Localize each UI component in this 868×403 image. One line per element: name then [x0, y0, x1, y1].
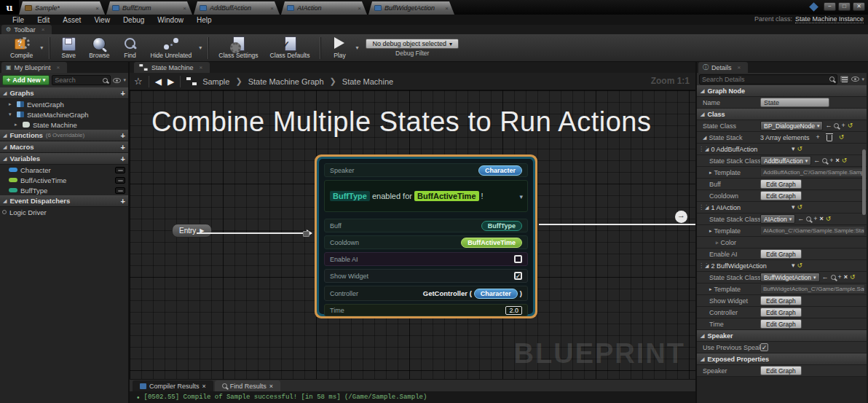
class-dropdown[interactable]: AIAction▾ — [760, 214, 795, 224]
section-header-variables[interactable]: ◢Variables+ — [0, 153, 128, 165]
find-button[interactable]: Find — [116, 35, 145, 61]
state-node[interactable]: SpeakerCharacterBuffType enabled for Buf… — [315, 154, 537, 318]
menu-item-view[interactable]: View — [87, 16, 117, 24]
drag-handle-icon[interactable]: ⋮⋮ — [698, 204, 703, 211]
toolbar-tab[interactable]: ⚙ Toolbar × — [1, 25, 52, 34]
tab-close-icon[interactable]: × — [358, 5, 361, 12]
edit-graph-button[interactable]: Edit Graph — [760, 319, 802, 329]
reset-to-default-icon[interactable]: ↺ — [797, 146, 803, 152]
chevron-down-icon[interactable]: ▾ — [792, 146, 795, 152]
collapse-triangle-icon[interactable]: ◢ — [701, 88, 704, 94]
play-button[interactable]: Play — [325, 35, 354, 61]
details-section-exposed-properties[interactable]: ◢Exposed Properties — [697, 353, 867, 365]
class-defaults-button[interactable]: Class Defaults — [264, 35, 316, 61]
breadcrumb-item[interactable]: State Machine Graph — [248, 77, 324, 86]
eye-filter-icon[interactable] — [851, 77, 859, 82]
class-settings-button[interactable]: Class Settings — [213, 35, 264, 61]
chevron-down-icon[interactable]: ▾ — [792, 262, 795, 269]
tab-close-icon[interactable]: × — [445, 5, 449, 12]
details-section-class[interactable]: ◢Class — [697, 109, 867, 120]
node-row-time[interactable]: Time2.0 — [324, 304, 528, 316]
chevron-down-icon[interactable]: ▾ — [861, 77, 864, 82]
details-scrollbar[interactable] — [862, 149, 866, 215]
expander-icon[interactable]: ▸ — [709, 286, 712, 292]
menu-item-help[interactable]: Help — [190, 16, 218, 24]
class-dropdown[interactable]: BuffWidgetAction▾ — [760, 273, 820, 282]
add-element-icon[interactable]: + — [838, 274, 842, 281]
chevron-down-icon[interactable]: ▾ — [199, 44, 202, 51]
node-dialogue-text-row[interactable]: BuffType enabled for BuffActiveTime !▾ — [324, 180, 528, 212]
checkbox-checked[interactable]: ✓ — [514, 272, 522, 280]
checkbox-checked[interactable]: ✓ — [760, 343, 768, 351]
blueprint-search-input[interactable] — [55, 77, 103, 84]
document-tab[interactable]: Sample*× — [19, 1, 105, 15]
document-tab[interactable]: BuffEnum× — [106, 1, 192, 15]
collapse-triangle-icon[interactable]: ◢ — [701, 111, 704, 117]
minimize-button[interactable]: − — [824, 2, 836, 11]
collapse-triangle-icon[interactable]: ◢ — [3, 156, 7, 162]
type-pill-character[interactable]: Character — [478, 165, 522, 176]
details-tab[interactable]: ⓘ Details × — [698, 62, 748, 73]
state-machine-graph-tab[interactable]: State Machine × — [134, 62, 210, 73]
chevron-down-icon[interactable]: ▾ — [792, 204, 795, 211]
reset-to-default-icon[interactable]: ↺ — [850, 274, 856, 281]
favorite-star-icon[interactable]: ☆ — [134, 76, 143, 87]
document-tab[interactable]: AddBuffAction× — [194, 1, 280, 15]
my-blueprint-tab[interactable]: ▣ My Blueprint × — [1, 62, 67, 73]
document-tab[interactable]: BuffWidgetAction× — [368, 1, 454, 15]
collapse-triangle-icon[interactable]: ◢ — [705, 205, 709, 211]
expander-icon[interactable]: ▹ — [716, 240, 719, 246]
tab-close-icon[interactable]: × — [269, 383, 273, 390]
edit-graph-button[interactable]: Edit Graph — [760, 296, 802, 305]
revert-arrow-icon[interactable]: ← — [822, 274, 829, 281]
tree-item-statemachinegraph[interactable]: ▾StateMachineGraph — [0, 109, 128, 120]
reset-to-default-icon[interactable]: ↺ — [797, 262, 803, 269]
collapse-triangle-icon[interactable]: ◢ — [705, 146, 709, 152]
close-button[interactable]: ✕ — [853, 2, 865, 11]
browse-to-asset-icon[interactable] — [831, 275, 836, 280]
revert-arrow-icon[interactable]: ← — [825, 122, 832, 129]
chevron-down-icon[interactable]: ▾ — [519, 193, 523, 200]
transition-wire-entry[interactable] — [197, 232, 312, 234]
edit-graph-button[interactable]: Edit Graph — [760, 308, 802, 317]
tab-close-icon[interactable]: × — [270, 5, 274, 12]
tab-close-icon[interactable]: × — [42, 26, 45, 33]
chevron-down-icon[interactable]: ▾ — [123, 77, 126, 83]
menu-item-edit[interactable]: Edit — [31, 16, 56, 24]
tree-item-character[interactable]: Character — [0, 165, 128, 175]
add-item-icon[interactable]: + — [121, 143, 125, 152]
edit-graph-button[interactable]: Edit Graph — [760, 366, 802, 375]
tab-close-icon[interactable]: × — [202, 383, 206, 390]
tab-close-icon[interactable]: × — [738, 64, 741, 71]
expander-icon[interactable]: ▸ — [709, 228, 712, 234]
type-pill-character[interactable]: Character — [474, 289, 518, 299]
type-pill-buffactivetime[interactable]: BuffActiveTime — [461, 238, 522, 248]
breadcrumb-item[interactable]: State Machine — [342, 77, 393, 86]
value-box[interactable]: 2.0 — [505, 306, 522, 315]
expander-icon[interactable]: ▾ — [9, 111, 14, 117]
drag-handle-icon[interactable]: ⋮⋮ — [698, 262, 703, 269]
clear-icon[interactable]: × — [819, 216, 823, 222]
variable-visibility-icon[interactable] — [115, 187, 125, 194]
type-pill-bufftype[interactable]: BuffType — [481, 221, 522, 231]
clear-icon[interactable]: × — [844, 274, 848, 281]
menu-item-asset[interactable]: Asset — [56, 16, 87, 24]
add-item-icon[interactable]: + — [121, 131, 125, 140]
name-input-field[interactable] — [760, 98, 829, 107]
tree-item-logic-driver[interactable]: Logic Driver — [0, 207, 128, 217]
parent-class-value[interactable]: State Machine Instance — [795, 15, 864, 23]
details-section-graph-node[interactable]: ◢Graph Node — [697, 85, 867, 97]
section-header-graphs[interactable]: ◢Graphs+ — [0, 87, 128, 99]
browse-button[interactable]: Browse — [83, 35, 115, 61]
section-header-event-dispatchers[interactable]: ◢Event Dispatchers+ — [0, 195, 128, 207]
menu-item-window[interactable]: Window — [151, 16, 190, 24]
maximize-button[interactable]: □ — [838, 2, 851, 11]
details-section-speaker[interactable]: ◢Speaker — [697, 330, 867, 342]
edit-graph-button[interactable]: Edit Graph — [760, 179, 802, 189]
tab-close-icon[interactable]: × — [57, 64, 60, 71]
variable-visibility-icon[interactable] — [115, 177, 125, 184]
tab-close-icon[interactable]: × — [200, 64, 203, 71]
reset-to-default-icon[interactable]: ↺ — [842, 157, 848, 164]
edit-graph-button[interactable]: Edit Graph — [760, 249, 802, 259]
add-element-icon[interactable]: + — [816, 134, 820, 141]
